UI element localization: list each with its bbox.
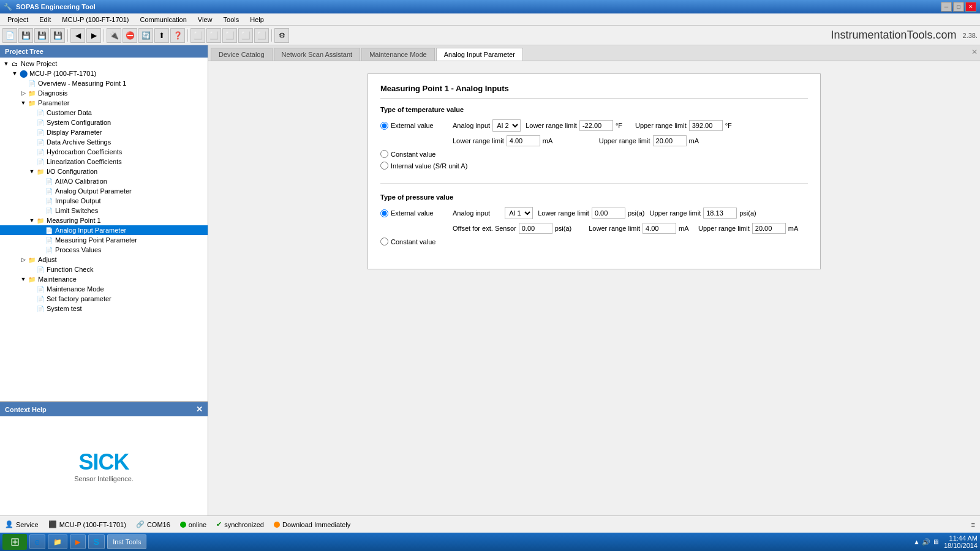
tab-close-icon[interactable]: ✕	[971, 48, 978, 56]
pressure-lower-range-input2[interactable]	[643, 223, 676, 234]
pressure-constant-radio-label[interactable]: Constant value	[380, 238, 448, 246]
temp-upper-range-input1[interactable]	[689, 120, 723, 131]
tree-expander-maintenance[interactable]: ▼	[20, 276, 27, 282]
pressure-lower-range-input1[interactable]	[592, 208, 625, 219]
tree-expander-adjust[interactable]: ▷	[20, 257, 27, 263]
back-btn[interactable]: ◀	[70, 28, 85, 43]
tree-item-adjust[interactable]: ▷📁Adjust	[0, 255, 208, 264]
forward-btn[interactable]: ▶	[86, 28, 101, 43]
settings-btn[interactable]: ⚙	[274, 28, 289, 43]
pressure-upper-range-input1[interactable]	[703, 208, 737, 219]
pressure-offset-input[interactable]	[519, 223, 552, 234]
upload-btn[interactable]: ⬆	[154, 28, 169, 43]
minimize-button[interactable]: ─	[941, 2, 952, 12]
menu-edit[interactable]: Edit	[34, 15, 56, 24]
refresh-btn[interactable]: 🔄	[138, 28, 153, 43]
tool1-btn[interactable]: ⬜	[190, 28, 205, 43]
tab-network-scan[interactable]: Network Scan Assistant	[274, 48, 361, 61]
temp-lower-range-input1[interactable]	[579, 120, 613, 131]
tab-maintenance-mode[interactable]: Maintenance Mode	[361, 48, 435, 61]
tree-item-aiao-cal[interactable]: 📄AI/AO Calibration	[0, 176, 208, 186]
tree-expander-io-config[interactable]: ▼	[28, 168, 36, 174]
temp-constant-radio[interactable]	[380, 150, 388, 158]
menu-communication[interactable]: Communication	[135, 15, 191, 24]
close-button[interactable]: ✕	[965, 2, 976, 12]
temp-external-radio-label[interactable]: External value	[380, 122, 448, 130]
connect-btn[interactable]: 🔌	[107, 28, 121, 43]
temp-constant-row: Constant value	[380, 150, 808, 158]
tool4-btn[interactable]: ⬜	[238, 28, 253, 43]
tree-expander-diagnosis[interactable]: ▷	[20, 90, 27, 96]
tree-item-overview[interactable]: 📄Overview - Measuring Point 1	[0, 78, 208, 88]
temp-lower-range-input2[interactable]	[507, 135, 540, 146]
save3-btn[interactable]: 💾	[50, 28, 65, 43]
pressure-constant-radio[interactable]	[380, 238, 388, 246]
taskbar-ie[interactable]: e	[29, 534, 45, 549]
menu-tools[interactable]: Tools	[219, 15, 244, 24]
taskbar-sopas[interactable]: S	[88, 534, 105, 549]
tool5-btn[interactable]: ⬜	[254, 28, 269, 43]
new-btn[interactable]: 📄	[2, 28, 17, 43]
menu-mcu[interactable]: MCU-P (100-FT-1701)	[57, 15, 134, 24]
temp-upper-range-input2[interactable]	[653, 135, 687, 146]
measuring-card: Measuring Point 1 - Analog Inputs Type o…	[368, 73, 821, 269]
tree-item-system-config[interactable]: 📄System Configuration	[0, 118, 208, 127]
start-button[interactable]: ⊞	[2, 534, 27, 550]
tree-item-measuring-pt1[interactable]: ▼📁Measuring Point 1	[0, 216, 208, 225]
menu-project[interactable]: Project	[2, 15, 33, 24]
tree-item-mcu-p[interactable]: ▼⬤MCU-P (100-FT-1701)	[0, 69, 208, 78]
tree-item-limit-sw[interactable]: 📄Limit Switches	[0, 206, 208, 216]
tool2-btn[interactable]: ⬜	[206, 28, 221, 43]
temp-analog-input-select[interactable]: AI 2 AI 1 AI 3	[492, 119, 521, 132]
tree-expander-measuring-pt1[interactable]: ▼	[28, 217, 36, 223]
maximize-button[interactable]: □	[953, 2, 964, 12]
taskbar-media[interactable]: ▶	[70, 534, 86, 549]
tree-item-maintenance[interactable]: ▼📁Maintenance	[0, 274, 208, 284]
tree-item-maintenance-mode[interactable]: 📄Maintenance Mode	[0, 284, 208, 294]
tab-analog-input-param[interactable]: Analog Input Parameter	[436, 48, 523, 61]
tree-expander-mcu-p[interactable]: ▼	[11, 70, 18, 77]
tree-expander-parameter[interactable]: ▼	[20, 100, 27, 106]
pressure-external-radio-label[interactable]: External value	[380, 209, 448, 217]
pressure-external-radio[interactable]	[380, 209, 388, 217]
tree-item-measuring-pt-param[interactable]: 📄Measuring Point Parameter	[0, 235, 208, 245]
tree-item-analog-out[interactable]: 📄Analog Output Parameter	[0, 186, 208, 196]
taskbar-inst-tools[interactable]: Inst Tools	[107, 534, 146, 549]
tree-item-analog-input-param[interactable]: 📄Analog Input Parameter	[0, 225, 208, 235]
tree-item-system-test[interactable]: 📄System test	[0, 304, 208, 313]
tree-item-display-param[interactable]: 📄Display Parameter	[0, 127, 208, 137]
tree-expander-new-project[interactable]: ▼	[2, 61, 10, 67]
help-btn[interactable]: ❓	[170, 28, 185, 43]
save2-btn[interactable]: 💾	[34, 28, 49, 43]
tree-item-data-archive[interactable]: 📄Data Archive Settings	[0, 137, 208, 147]
temp-external-radio[interactable]	[380, 122, 388, 130]
temp-internal-radio-label[interactable]: Internal value (S/R unit A)	[380, 162, 467, 170]
menu-help[interactable]: Help	[245, 15, 269, 24]
tree-item-function-check[interactable]: 📄Function Check	[0, 264, 208, 274]
tree-item-impulse-out[interactable]: 📄Impulse Output	[0, 196, 208, 206]
tree-item-parameter[interactable]: ▼📁Parameter	[0, 98, 208, 108]
status-service: 👤 Service	[5, 520, 39, 528]
title-bar-controls[interactable]: ─ □ ✕	[941, 2, 976, 12]
pressure-analog-input-select[interactable]: AI 1 AI 2 AI 3	[505, 207, 533, 219]
tree-item-customer-data[interactable]: 📄Customer Data	[0, 108, 208, 118]
pressure-upper-range-input2[interactable]	[752, 223, 786, 234]
tree-item-process-values[interactable]: 📄Process Values	[0, 245, 208, 255]
temp-internal-radio[interactable]	[380, 162, 388, 170]
temp-constant-radio-label[interactable]: Constant value	[380, 150, 448, 158]
tool3-btn[interactable]: ⬜	[222, 28, 237, 43]
tab-device-catalog[interactable]: Device Catalog	[211, 48, 273, 61]
temp-analog-input-group: Analog input AI 2 AI 1 AI 3	[453, 119, 521, 132]
taskbar-folder[interactable]: 📁	[48, 534, 67, 549]
tree-item-hydrocarbon[interactable]: 📄Hydrocarbon Coefficients	[0, 147, 208, 157]
context-help-close-button[interactable]: ✕	[196, 405, 203, 414]
tree-item-new-project[interactable]: ▼🗂New Project	[0, 59, 208, 69]
pressure-lower-range-group1: Lower range limit psi(a)	[538, 208, 644, 219]
tree-item-linearization[interactable]: 📄Linearization Coefficients	[0, 157, 208, 167]
menu-view[interactable]: View	[193, 15, 217, 24]
disconnect-btn[interactable]: ⛔	[123, 28, 137, 43]
tree-item-set-factory[interactable]: 📄Set factory parameter	[0, 294, 208, 304]
tree-item-io-config[interactable]: ▼📁I/O Configuration	[0, 167, 208, 176]
save-btn[interactable]: 💾	[18, 28, 33, 43]
tree-item-diagnosis[interactable]: ▷📁Diagnosis	[0, 88, 208, 98]
